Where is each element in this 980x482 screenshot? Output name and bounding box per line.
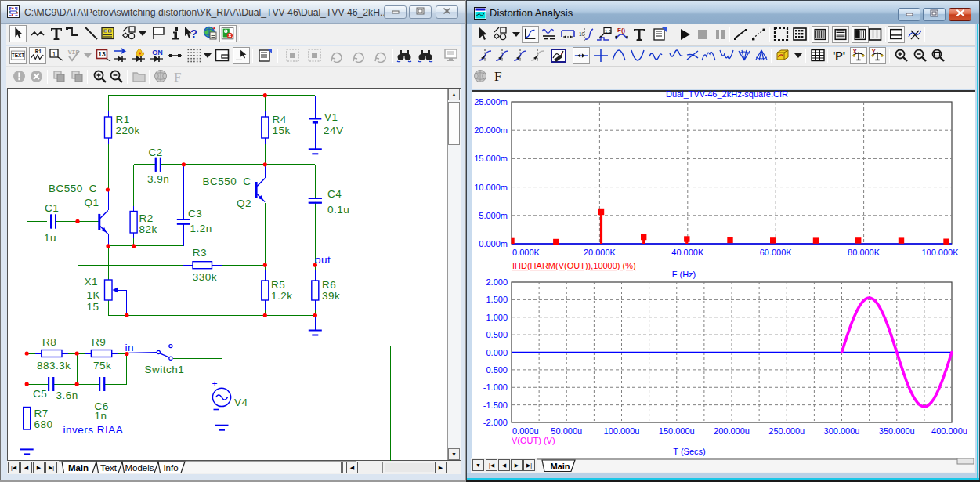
- svg-text:150.000u: 150.000u: [659, 426, 695, 436]
- svg-text:250.000u: 250.000u: [768, 426, 805, 436]
- svg-text:BC550_C: BC550_C: [49, 183, 97, 194]
- svg-text:R3: R3: [193, 247, 207, 259]
- svg-text:X1: X1: [85, 276, 99, 288]
- svg-text:2.000: 2.000: [486, 277, 508, 287]
- svg-text:IHD(HARM(V(OUT)),10000) (%): IHD(HARM(V(OUT)),10000) (%): [512, 261, 636, 270]
- svg-text:883.3k: 883.3k: [37, 360, 71, 371]
- svg-text:1n: 1n: [95, 410, 107, 422]
- svg-text:in: in: [125, 342, 135, 353]
- svg-text:1.500: 1.500: [486, 295, 508, 304]
- svg-text:-1.000: -1.000: [483, 382, 508, 392]
- svg-text:R4: R4: [273, 114, 287, 125]
- svg-text:Q1: Q1: [85, 197, 99, 208]
- svg-text:13: 13: [98, 50, 106, 58]
- svg-text:1.2n: 1.2n: [190, 223, 212, 234]
- svg-text:5.000m: 5.000m: [479, 211, 508, 220]
- svg-text:0.000m: 0.000m: [479, 239, 508, 248]
- svg-text:+: +: [212, 379, 219, 390]
- svg-text:10: 10: [579, 31, 585, 37]
- svg-text:ON: ON: [152, 49, 163, 56]
- svg-text:82k: 82k: [139, 223, 157, 235]
- svg-text:15: 15: [87, 301, 99, 313]
- svg-text:C5: C5: [33, 388, 47, 400]
- svg-text:TEXT: TEXT: [12, 53, 24, 58]
- svg-text:300.000u: 300.000u: [824, 426, 860, 436]
- svg-text:20.000m: 20.000m: [474, 125, 508, 135]
- svg-text:3.9n: 3.9n: [147, 173, 169, 185]
- svg-text:invers RIAA: invers RIAA: [63, 424, 124, 436]
- svg-text:0.000: 0.000: [486, 348, 508, 357]
- svg-text:39k: 39k: [322, 290, 340, 302]
- svg-text:680: 680: [34, 419, 53, 430]
- svg-text:Main: Main: [68, 463, 89, 473]
- svg-text:BC550_C: BC550_C: [203, 176, 251, 187]
- svg-text:F: F: [174, 70, 181, 85]
- svg-text:1K: 1K: [87, 289, 101, 301]
- svg-text:24V: 24V: [324, 125, 344, 136]
- svg-text:V4: V4: [234, 397, 248, 408]
- svg-text:75k: 75k: [93, 360, 111, 371]
- svg-text:20.000K: 20.000K: [584, 248, 617, 257]
- svg-text:-0.500: -0.500: [483, 365, 508, 375]
- svg-text:C2: C2: [149, 147, 163, 158]
- svg-text:0.500: 0.500: [486, 330, 508, 339]
- svg-text:C1: C1: [45, 202, 59, 214]
- svg-text:R8: R8: [42, 336, 56, 348]
- svg-text:C4: C4: [327, 188, 342, 200]
- svg-text:1: 1: [52, 50, 56, 58]
- svg-text:0.1u: 0.1u: [327, 204, 349, 216]
- svg-text:-2.000: -2.000: [483, 418, 508, 427]
- svg-text:15k: 15k: [273, 125, 291, 136]
- svg-text:220k: 220k: [116, 125, 140, 136]
- svg-text:F: F: [494, 69, 501, 84]
- svg-text:Text: Text: [100, 463, 118, 473]
- svg-text:330k: 330k: [193, 271, 217, 283]
- svg-text:10.000m: 10.000m: [474, 183, 508, 192]
- svg-text:1u: 1u: [44, 232, 56, 244]
- svg-text:C3: C3: [188, 208, 202, 219]
- svg-text:V(OUT) (V): V(OUT) (V): [512, 436, 555, 445]
- svg-text:Models: Models: [125, 463, 154, 473]
- svg-text:1.0: 1.0: [605, 29, 612, 34]
- svg-text:350.000u: 350.000u: [879, 426, 915, 436]
- svg-text:1.000: 1.000: [486, 313, 508, 322]
- svg-text:T (Secs): T (Secs): [673, 447, 705, 456]
- svg-text:100.000u: 100.000u: [604, 426, 640, 436]
- svg-text:25.000m: 25.000m: [474, 97, 508, 107]
- svg-text:Switch1: Switch1: [145, 364, 185, 375]
- svg-text:0.000u: 0.000u: [512, 426, 539, 436]
- svg-text:0.000K: 0.000K: [512, 248, 541, 257]
- svg-text:1.2k: 1.2k: [271, 290, 293, 302]
- svg-text:?: ?: [190, 27, 197, 40]
- svg-text:400.000u: 400.000u: [931, 426, 967, 436]
- svg-text:F (Hz): F (Hz): [672, 270, 696, 279]
- svg-text:40.000K: 40.000K: [671, 248, 704, 257]
- svg-text:'P': 'P': [833, 49, 845, 62]
- svg-text:50.000u: 50.000u: [551, 426, 582, 436]
- svg-text:Q2: Q2: [237, 198, 251, 209]
- svg-text:out: out: [315, 254, 331, 266]
- svg-text:3.6n: 3.6n: [56, 390, 78, 401]
- svg-text:Dual_TVV-46_2kHz-square.CIR: Dual_TVV-46_2kHz-square.CIR: [666, 90, 788, 99]
- svg-text:R9: R9: [92, 336, 106, 348]
- svg-text:60.000K: 60.000K: [760, 248, 793, 257]
- svg-text:Info: Info: [163, 463, 178, 473]
- svg-text:R7: R7: [34, 408, 49, 419]
- svg-text:-1.500: -1.500: [483, 400, 508, 410]
- svg-text:15.000m: 15.000m: [474, 154, 508, 163]
- svg-text:200.000u: 200.000u: [714, 426, 750, 436]
- svg-text:Main: Main: [550, 462, 570, 471]
- svg-text:80.000K: 80.000K: [848, 248, 881, 257]
- svg-text:100.000K: 100.000K: [921, 248, 959, 257]
- svg-text:R1: R1: [116, 114, 130, 125]
- svg-text:V1: V1: [324, 111, 338, 123]
- svg-text:R1: R1: [35, 49, 42, 55]
- svg-text:F(): F(): [617, 27, 626, 34]
